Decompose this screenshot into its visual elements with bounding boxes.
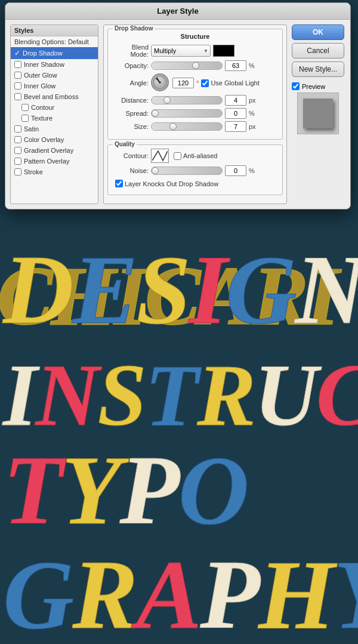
blend-mode-select-wrapper: Multiply Normal Screen Overlay	[151, 45, 211, 57]
outer-glow-label: Outer Glow	[24, 72, 57, 79]
bevel-emboss-checkbox[interactable]	[14, 93, 21, 100]
distance-input[interactable]	[225, 95, 246, 106]
styles-header: Styles	[11, 25, 98, 36]
opacity-input[interactable]	[225, 60, 246, 71]
bevel-emboss-label: Bevel and Emboss	[24, 93, 79, 100]
dialog-titlebar: Layer Style	[5, 3, 350, 20]
size-label: Size:	[113, 123, 149, 130]
inner-glow-checkbox[interactable]	[14, 82, 21, 90]
quality-label: Quality	[113, 141, 137, 147]
preview-area: Preview	[292, 82, 344, 134]
cancel-button[interactable]: Cancel	[292, 43, 344, 58]
texture-label: Texture	[31, 115, 53, 122]
size-thumb	[169, 123, 177, 130]
gradient-overlay-label: Gradient Overlay	[24, 147, 73, 154]
style-item-outer-glow[interactable]: Outer Glow	[11, 70, 98, 81]
new-style-button[interactable]: New Style...	[292, 61, 344, 77]
spread-input[interactable]	[225, 108, 246, 119]
style-item-inner-shadow[interactable]: Inner Shadow	[11, 59, 98, 70]
style-item-bevel-emboss[interactable]: Bevel and Emboss	[11, 91, 98, 102]
opacity-row: Opacity: %	[113, 60, 277, 71]
size-slider[interactable]	[151, 122, 223, 131]
style-item-contour[interactable]: Contour	[11, 102, 98, 113]
preview-inner	[303, 98, 333, 128]
angle-input[interactable]	[172, 78, 194, 88]
spread-unit: %	[249, 110, 255, 117]
spread-thumb	[152, 110, 159, 117]
preview-checkbox[interactable]	[292, 82, 300, 90]
opacity-slider[interactable]	[151, 61, 223, 70]
stroke-checkbox[interactable]	[14, 168, 21, 175]
style-item-stroke[interactable]: Stroke	[11, 167, 98, 177]
distance-label: Distance:	[113, 97, 149, 104]
contour-label-field: Contour:	[113, 152, 149, 159]
size-unit: px	[249, 123, 256, 130]
angle-label: Angle:	[113, 79, 149, 87]
inner-shadow-checkbox[interactable]	[14, 61, 21, 68]
noise-input[interactable]	[225, 165, 246, 176]
noise-thumb	[152, 167, 159, 174]
drop-shadow-section-label: Drop Shadow	[113, 25, 155, 32]
angle-dial[interactable]	[151, 73, 169, 91]
noise-unit: %	[249, 167, 255, 174]
preview-checkbox-row: Preview	[292, 82, 344, 90]
style-item-color-overlay[interactable]: Color Overlay	[11, 134, 98, 145]
size-row: Size: px	[113, 121, 277, 132]
drop-shadow-check-icon: ✓	[14, 49, 20, 57]
angle-row: Angle:	[113, 73, 277, 93]
opacity-label: Opacity:	[113, 62, 149, 69]
blend-mode-select[interactable]: Multiply Normal Screen Overlay	[151, 45, 211, 57]
layer-knocks-out-checkbox[interactable]	[115, 180, 123, 187]
buttons-panel: OK Cancel New Style... Preview	[292, 24, 345, 204]
style-item-inner-glow[interactable]: Inner Glow	[11, 81, 98, 91]
noise-row: Noise: %	[113, 165, 277, 176]
contour-row: Contour: Anti-aliased	[113, 149, 277, 163]
ok-button[interactable]: OK	[292, 24, 344, 40]
distance-thumb	[163, 97, 171, 104]
preview-box	[297, 93, 339, 134]
stroke-label: Stroke	[24, 168, 43, 175]
svg-point-2	[159, 81, 161, 84]
style-item-satin[interactable]: Satin	[11, 124, 98, 134]
preview-label: Preview	[302, 83, 325, 90]
blend-mode-row: Blend Mode: Multiply Normal Screen Overl…	[113, 44, 277, 58]
opacity-thumb	[192, 62, 199, 69]
layer-knocks-out-row: Layer Knocks Out Drop Shadow	[113, 180, 277, 187]
outer-glow-checkbox[interactable]	[14, 72, 21, 79]
angle-dial-container[interactable]	[151, 73, 170, 93]
quality-section: Quality Contour: Anti-aliased	[107, 144, 283, 195]
pattern-overlay-checkbox[interactable]	[14, 158, 21, 165]
distance-unit: px	[249, 97, 256, 104]
pattern-overlay-label: Pattern Overlay	[24, 158, 69, 165]
structure-title: Structure	[113, 33, 277, 40]
opacity-unit: %	[249, 62, 255, 69]
use-global-light-text: Use Global Light	[211, 79, 259, 87]
layer-knocks-out-label: Layer Knocks Out Drop Shadow	[113, 180, 218, 187]
style-item-texture[interactable]: Texture	[11, 113, 98, 124]
distance-slider[interactable]	[151, 96, 223, 104]
use-global-light-checkbox[interactable]	[201, 79, 209, 87]
contour-label: Contour	[31, 104, 54, 111]
spread-label: Spread:	[113, 110, 149, 117]
satin-label: Satin	[24, 125, 39, 133]
spread-slider[interactable]	[151, 109, 223, 118]
size-input[interactable]	[225, 121, 246, 132]
style-item-gradient-overlay[interactable]: Gradient Overlay	[11, 145, 98, 156]
style-item-blending[interactable]: Blending Options: Default	[11, 36, 98, 47]
satin-checkbox[interactable]	[14, 125, 21, 133]
settings-panel: Drop Shadow Structure Blend Mode: Multip…	[103, 24, 287, 204]
style-item-pattern-overlay[interactable]: Pattern Overlay	[11, 156, 98, 167]
anti-aliased-checkbox[interactable]	[174, 152, 181, 160]
gradient-overlay-checkbox[interactable]	[14, 147, 21, 154]
contour-preview-button[interactable]	[151, 149, 169, 163]
inner-shadow-label: Inner Shadow	[24, 61, 64, 68]
shadow-color-swatch[interactable]	[213, 45, 234, 57]
color-overlay-checkbox[interactable]	[14, 136, 21, 143]
blending-label: Blending Options: Default	[14, 38, 89, 45]
texture-checkbox[interactable]	[21, 115, 29, 122]
noise-slider[interactable]	[151, 167, 223, 175]
spread-row: Spread: %	[113, 108, 277, 119]
style-item-drop-shadow[interactable]: ✓ Drop Shadow	[11, 47, 98, 59]
contour-checkbox[interactable]	[21, 104, 29, 111]
inner-glow-label: Inner Glow	[24, 82, 55, 90]
